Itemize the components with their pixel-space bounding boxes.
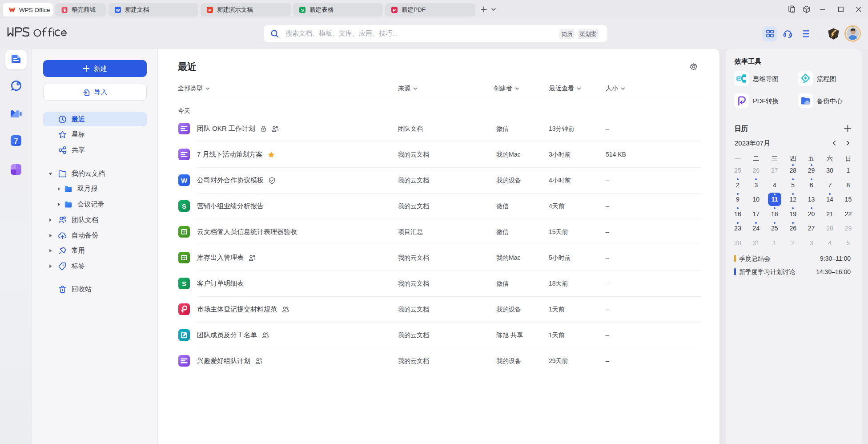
svg-text:P: P bbox=[393, 8, 396, 12]
svg-text:S: S bbox=[182, 280, 186, 287]
svg-text:S: S bbox=[182, 202, 186, 210]
svg-text:S: S bbox=[301, 8, 304, 12]
svg-text:W: W bbox=[181, 177, 188, 184]
svg-text:P: P bbox=[209, 8, 212, 12]
svg-text:7: 7 bbox=[14, 137, 18, 145]
svg-text:W: W bbox=[116, 8, 120, 12]
